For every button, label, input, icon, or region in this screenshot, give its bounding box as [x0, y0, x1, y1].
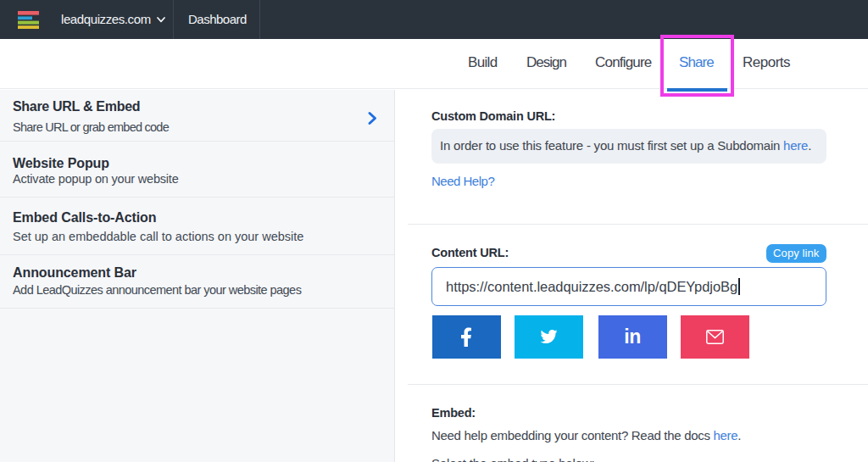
svg-text:in: in [624, 326, 640, 348]
